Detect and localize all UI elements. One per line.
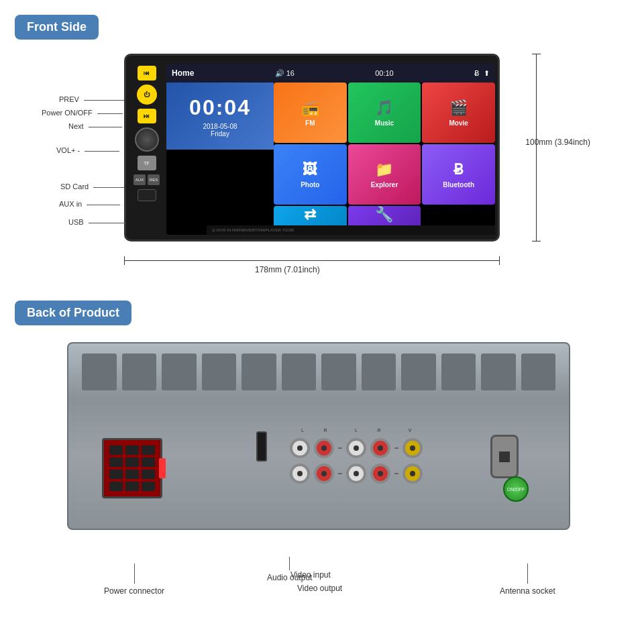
movie-icon: 🎬 — [449, 99, 468, 117]
ports-area: L R L R V — [95, 428, 555, 508]
app-tile-music[interactable]: 🎵Music — [348, 83, 421, 143]
height-bottom-tick — [532, 241, 541, 241]
vent-4 — [202, 354, 237, 390]
device-back: L R L R V — [67, 342, 570, 530]
rca-red-1 — [314, 438, 334, 458]
bluetooth-label: Bluetooth — [443, 181, 474, 189]
app-tile-photo[interactable]: 🖼Photo — [274, 144, 347, 205]
annotation-vol: VOL+ - — [56, 146, 119, 154]
bluetooth-icon: Ƀ — [453, 161, 464, 178]
width-left-tick — [124, 256, 125, 265]
on-off-button[interactable]: ON/OFF — [503, 476, 529, 502]
device-front: ⏮ ⏻ ⏭ TF AUX RES Home 🔊 16 00:10 Ƀ ⬆ — [124, 54, 500, 241]
rca-col-label-3: L — [347, 428, 366, 433]
volume-display: 🔊 16 — [275, 69, 294, 78]
power-button[interactable]: ⏻ — [137, 85, 157, 105]
back-side-label: Back of Product — [15, 301, 131, 325]
clock-display: 00:04 2018-05-08 Friday — [166, 83, 274, 150]
home-label: Home — [172, 68, 194, 78]
rca-col-label-1: L — [293, 428, 312, 433]
device-body-front: ⏮ ⏻ ⏭ TF AUX RES Home 🔊 16 00:10 Ƀ ⬆ — [124, 54, 500, 241]
left-controls: ⏮ ⏻ ⏭ TF AUX RES — [128, 66, 165, 233]
app-tile-movie[interactable]: 🎬Movie — [422, 83, 495, 143]
prev-button[interactable]: ⏮ — [138, 66, 156, 80]
bluetooth-status-icon: Ƀ — [474, 69, 480, 78]
width-label: 178mm (7.01inch) — [255, 265, 320, 274]
photo-label: Photo — [301, 181, 319, 189]
antenna-socket — [490, 435, 519, 478]
rca-connectors: L R L R V — [290, 428, 423, 484]
rca-white-3 — [290, 464, 310, 484]
music-icon: 🎵 — [375, 99, 393, 117]
rca-col-label-2: R — [316, 428, 335, 433]
annotation-prev: PREV — [59, 95, 124, 103]
status-bar: Home 🔊 16 00:10 Ƀ ⬆ — [166, 64, 495, 83]
annotation-antenna-socket: Antenna socket — [500, 564, 555, 596]
explorer-icon: 📁 — [375, 161, 393, 178]
setting-icon: 🔧 — [375, 206, 393, 223]
vent-3 — [162, 354, 197, 390]
app-grid: 📻FM🎵Music🎬Movie🖼Photo📁ExplorerɃBluetooth… — [274, 83, 495, 233]
height-top-tick — [532, 54, 541, 54]
clock-time: 00:04 — [189, 95, 251, 120]
aux-icon: ⇄ — [304, 206, 316, 223]
fm-label: FM — [305, 119, 315, 127]
rca-yellow-1 — [402, 438, 423, 458]
explorer-label: Explorer — [371, 181, 398, 189]
height-label: 100mm (3.94inch) — [525, 138, 590, 147]
app-tile-explorer[interactable]: 📁Explorer — [348, 144, 421, 205]
vent-8 — [362, 354, 396, 390]
annotation-video-input: Video input — [290, 570, 331, 580]
rca-white-1 — [290, 438, 310, 458]
rca-red-4 — [370, 464, 390, 484]
rca-red-3 — [314, 464, 334, 484]
height-dimension-line — [536, 54, 537, 241]
annotation-usb: USB — [68, 218, 126, 226]
aux-button[interactable]: AUX — [133, 174, 146, 185]
width-dimension-line — [124, 260, 500, 261]
clock-date: 2018-05-08 — [203, 123, 237, 130]
annotation-aux: AUX in — [59, 200, 120, 208]
sd-card-slot[interactable]: TF — [138, 156, 156, 170]
annotation-power: Power ON/OFF — [42, 109, 123, 117]
status-icons: Ƀ ⬆ — [474, 69, 490, 78]
res-button[interactable]: RES — [148, 174, 160, 185]
annotation-video-output: Video output — [297, 584, 342, 593]
annotation-power-connector: Power connector — [104, 564, 164, 596]
usb-port[interactable] — [138, 189, 156, 201]
music-label: Music — [375, 119, 394, 127]
clock-day: Friday — [211, 130, 229, 138]
vent-11 — [481, 354, 516, 390]
next-button[interactable]: ⏭ — [138, 109, 156, 123]
aux-res-buttons: AUX RES — [133, 174, 160, 185]
upload-status-icon: ⬆ — [484, 69, 490, 78]
vent-5 — [241, 354, 276, 390]
power-connector-overlay — [102, 438, 162, 498]
volume-knob[interactable] — [135, 127, 159, 152]
width-right-tick — [499, 256, 500, 265]
movie-label: Movie — [449, 119, 468, 127]
photo-icon: 🖼 — [303, 161, 317, 178]
front-side-label: Front Side — [15, 15, 99, 40]
vent-1 — [82, 354, 117, 390]
rca-yellow-2 — [402, 464, 423, 484]
vent-9 — [401, 354, 436, 390]
rca-white-4 — [346, 464, 366, 484]
rca-col-label-5: V — [400, 428, 419, 433]
vents — [82, 354, 555, 390]
app-tile-bluetooth[interactable]: ɃBluetooth — [422, 144, 495, 205]
vent-12 — [521, 354, 556, 390]
mini-jack-port — [256, 431, 267, 462]
time-display: 00:10 — [375, 69, 394, 77]
annotation-next: Next — [68, 122, 122, 130]
annotation-sdcard: SD Card — [60, 182, 124, 191]
vent-6 — [282, 354, 317, 390]
device-body-back: L R L R V — [67, 342, 570, 530]
rca-red-2 — [370, 438, 390, 458]
rca-row-2 — [290, 464, 423, 484]
vent-2 — [122, 354, 157, 390]
app-tile-fm[interactable]: 📻FM — [274, 83, 347, 143]
screen: Home 🔊 16 00:10 Ƀ ⬆ 00:04 2018-05-08 Fri… — [166, 64, 495, 235]
rca-row-1 — [290, 438, 423, 458]
rca-white-2 — [346, 438, 366, 458]
